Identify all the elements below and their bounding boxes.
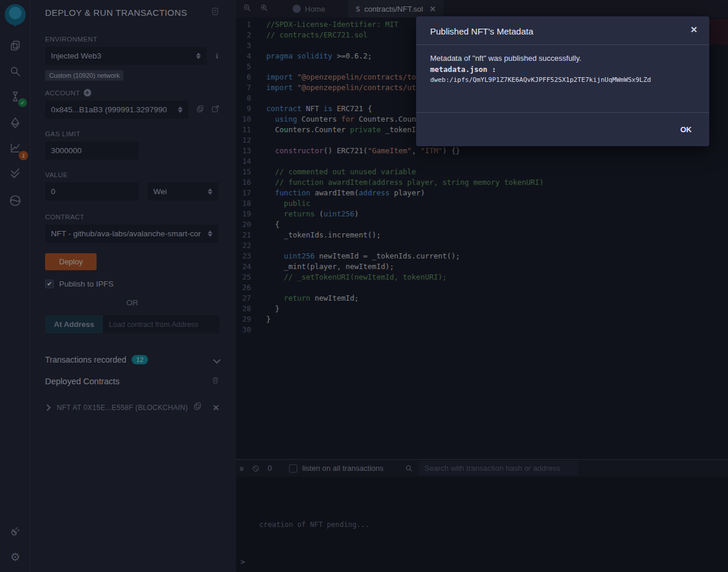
close-modal-icon[interactable]: ✕ (690, 25, 698, 35)
metadata-file-label: metadata.json : (430, 65, 695, 74)
ok-button[interactable]: OK (681, 125, 692, 134)
remix-ide-window: ✓ 1 ⚙ DEPLOY & RUN TRANSACTIONS (0, 0, 728, 572)
modal-title: Published NFT's Metadata (430, 26, 695, 36)
modal-message: Metadata of "nft" was published successf… (430, 54, 695, 63)
published-metadata-modal: Published NFT's Metadata ✕ Metadata of "… (416, 16, 709, 146)
ipfs-link[interactable]: dweb:/ipfs/QmYL9P1Z7KE6AQvKJPFF52SX1p2TE… (430, 76, 695, 84)
